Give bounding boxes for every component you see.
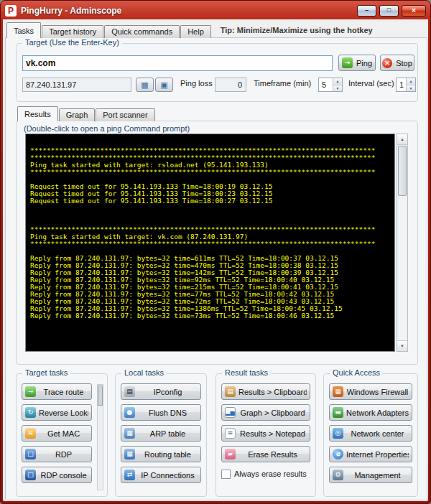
- ping-go-icon: [342, 57, 353, 68]
- always-erase-row: Always erase results: [221, 468, 310, 480]
- tab-target-history[interactable]: Target history: [42, 25, 103, 38]
- stop-icon: [382, 58, 392, 68]
- interval-label: Interval (sec): [348, 79, 394, 88]
- spin-up-icon[interactable]: [407, 78, 415, 85]
- routing-table-label: Routing table: [138, 450, 198, 459]
- always-erase-checkbox[interactable]: [221, 470, 231, 479]
- erase-results-label: Erase Results: [238, 450, 307, 459]
- resolved-ip-field[interactable]: 87.240.131.97: [22, 78, 131, 92]
- results-clipboard-icon: [225, 386, 236, 397]
- internet-properties-button[interactable]: Internet Properties: [329, 446, 412, 462]
- spin-up-icon[interactable]: [333, 78, 342, 85]
- ipconfig-label: IPconfig: [138, 388, 198, 396]
- management-button[interactable]: Management: [329, 467, 412, 483]
- local-tasks-group: Local tasks IPconfig Flush DNS ARP table: [115, 373, 207, 497]
- results-notepad-icon: [225, 428, 236, 439]
- timeframe-spinner-arrows: [333, 78, 342, 91]
- local-tasks-title: Local tasks: [121, 368, 167, 377]
- target-tasks-scroll-thumb[interactable]: [98, 386, 103, 406]
- tab-quick-commands[interactable]: Quick commands: [104, 25, 180, 38]
- local-tasks-body: IPconfig Flush DNS ARP table Routing tab…: [121, 383, 201, 492]
- ip-connections-label: IP Connections: [138, 471, 198, 480]
- rdp-console-icon: [25, 470, 36, 480]
- stop-button[interactable]: Stop: [380, 55, 414, 71]
- network-adapters-button[interactable]: Network Adapters: [329, 404, 412, 421]
- tab-help[interactable]: Help: [180, 25, 211, 38]
- windows-firewall-icon: [333, 386, 343, 397]
- quick-access-group: Quick Access Windows Firewall Network Ad…: [323, 373, 418, 497]
- erase-results-button[interactable]: Erase Results: [221, 446, 310, 462]
- target-tasks-group: Target tasks Trace route Reverse Lookup …: [16, 373, 108, 497]
- target-input[interactable]: [22, 55, 333, 71]
- scroll-thumb[interactable]: [398, 146, 407, 196]
- get-mac-label: Get MAC: [39, 429, 88, 438]
- flush-dns-icon: [124, 407, 135, 418]
- network-center-icon: [333, 428, 343, 439]
- keypad-button[interactable]: [136, 78, 154, 92]
- graph-clipboard-button[interactable]: Graph > Clipboard: [221, 404, 310, 421]
- target-group: Target (Use the Enter-Key) Ping Stop 87.…: [16, 43, 418, 102]
- titlebar[interactable]: PingHurry - Adminscope: [3, 2, 428, 19]
- tasks-page: Target (Use the Enter-Key) Ping Stop 87.…: [5, 37, 427, 500]
- management-icon: [333, 470, 343, 480]
- spin-down-icon[interactable]: [407, 85, 415, 92]
- erase-results-icon: [225, 449, 236, 459]
- flush-dns-label: Flush DNS: [138, 409, 198, 417]
- rdp-button[interactable]: RDP: [22, 446, 92, 462]
- graph-clipboard-label: Graph > Clipboard: [238, 409, 307, 417]
- target-tasks-body: Trace route Reverse Lookup Get MAC RDP: [22, 383, 92, 492]
- rdp-console-button[interactable]: RDP console: [22, 467, 92, 483]
- timeframe-spinner[interactable]: 5: [318, 78, 343, 92]
- trace-route-button[interactable]: Trace route: [22, 383, 92, 400]
- tab-graph[interactable]: Graph: [59, 108, 96, 121]
- routing-table-icon: [124, 449, 135, 459]
- ping-console[interactable]: ****************************************…: [25, 134, 395, 352]
- result-tasks-title: Result tasks: [222, 368, 271, 377]
- close-button[interactable]: [402, 5, 426, 17]
- app-icon: [5, 5, 17, 17]
- tab-port-scanner[interactable]: Port scanner: [96, 108, 154, 121]
- results-notepad-label: Results > Notepad: [238, 429, 307, 438]
- internet-properties-icon: [333, 449, 343, 459]
- flush-dns-button[interactable]: Flush DNS: [121, 404, 201, 421]
- scroll-down-icon[interactable]: [397, 340, 407, 351]
- network-center-button[interactable]: Network center: [329, 425, 412, 442]
- interval-value: 1: [397, 78, 406, 91]
- results-clipboard-button[interactable]: Results > Clipboard: [221, 383, 310, 400]
- minimize-button[interactable]: [357, 5, 376, 17]
- ipconfig-icon: [124, 386, 135, 397]
- trace-route-label: Trace route: [39, 388, 88, 396]
- scroll-up-icon[interactable]: [397, 134, 407, 145]
- ipconfig-button[interactable]: IPconfig: [121, 383, 201, 400]
- result-tasks-body: Results > Clipboard Graph > Clipboard Re…: [221, 383, 310, 492]
- ip-connections-button[interactable]: IP Connections: [121, 467, 201, 483]
- trace-route-icon: [25, 386, 36, 397]
- ip-connections-icon: [124, 470, 135, 480]
- maximize-button[interactable]: [379, 5, 399, 17]
- get-mac-icon: [25, 428, 36, 439]
- network-center-label: Network center: [346, 429, 409, 438]
- results-notepad-button[interactable]: Results > Notepad: [221, 425, 310, 442]
- network-adapters-icon: [333, 407, 343, 418]
- ping-button-label: Ping: [356, 59, 372, 67]
- ping-tool-button[interactable]: [155, 78, 173, 92]
- ping-loss-label: Ping loss: [180, 79, 213, 88]
- console-group-label: (Double-click to open a ping Command pro…: [24, 124, 190, 133]
- spin-down-icon[interactable]: [333, 85, 342, 92]
- ping-button[interactable]: Ping: [338, 55, 376, 71]
- tab-results[interactable]: Results: [17, 106, 58, 121]
- get-mac-button[interactable]: Get MAC: [22, 425, 92, 442]
- console-scrollbar[interactable]: [397, 134, 408, 352]
- keypad-icon: [139, 80, 150, 90]
- ping-tool-icon: [159, 80, 170, 90]
- target-tasks-scrollbar[interactable]: [97, 384, 103, 490]
- tab-tasks[interactable]: Tasks: [6, 22, 41, 38]
- arp-table-button[interactable]: ARP table: [121, 425, 201, 442]
- always-erase-label: Always erase results: [234, 470, 307, 478]
- interval-spinner[interactable]: 1: [396, 78, 416, 92]
- reverse-lookup-button[interactable]: Reverse Lookup: [22, 404, 92, 421]
- windows-firewall-button[interactable]: Windows Firewall: [329, 383, 412, 400]
- quick-access-title: Quick Access: [330, 368, 383, 377]
- internet-properties-label: Internet Properties: [346, 450, 409, 459]
- routing-table-button[interactable]: Routing table: [121, 446, 201, 462]
